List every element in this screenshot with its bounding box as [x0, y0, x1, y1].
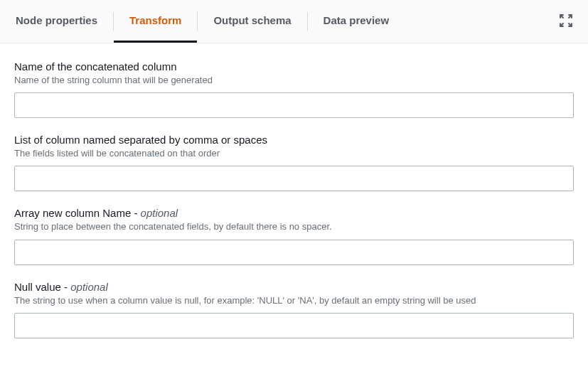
- array-name-input[interactable]: [14, 240, 574, 265]
- field-label: Array new column Name - optional: [14, 207, 574, 219]
- tabs-header: Node properties Transform Output schema …: [0, 0, 588, 43]
- field-group-columns-list: List of column named separated by comma …: [14, 134, 574, 191]
- field-help: The string to use when a column value is…: [14, 294, 574, 307]
- form-content: Name of the concatenated column Name of …: [0, 43, 588, 369]
- concat-name-input[interactable]: [14, 92, 574, 118]
- field-help: The fields listed will be concatenated o…: [14, 147, 574, 160]
- optional-tag: optional: [70, 281, 108, 293]
- tab-transform[interactable]: Transform: [114, 0, 197, 43]
- columns-list-input[interactable]: [14, 166, 574, 191]
- field-label: Name of the concatenated column: [14, 60, 574, 73]
- optional-tag: optional: [141, 207, 178, 219]
- tab-data-preview[interactable]: Data preview: [308, 0, 405, 43]
- field-label: List of column named separated by comma …: [14, 134, 574, 146]
- field-group-concat-name: Name of the concatenated column Name of …: [14, 60, 574, 118]
- tab-output-schema[interactable]: Output schema: [198, 0, 306, 43]
- field-group-null-value: Null value - optional The string to use …: [14, 281, 574, 338]
- tab-node-properties[interactable]: Node properties: [0, 0, 113, 43]
- label-text: Null value -: [14, 281, 70, 293]
- field-help: String to place between the concatenated…: [14, 220, 574, 233]
- field-group-array-name: Array new column Name - optional String …: [14, 207, 574, 264]
- tabs-list: Node properties Transform Output schema …: [0, 0, 405, 43]
- null-value-input[interactable]: [14, 313, 574, 338]
- field-help: Name of the string column that will be g…: [14, 74, 574, 87]
- field-label: Null value - optional: [14, 281, 574, 293]
- label-text: Array new column Name -: [14, 207, 141, 219]
- expand-icon[interactable]: [560, 14, 574, 28]
